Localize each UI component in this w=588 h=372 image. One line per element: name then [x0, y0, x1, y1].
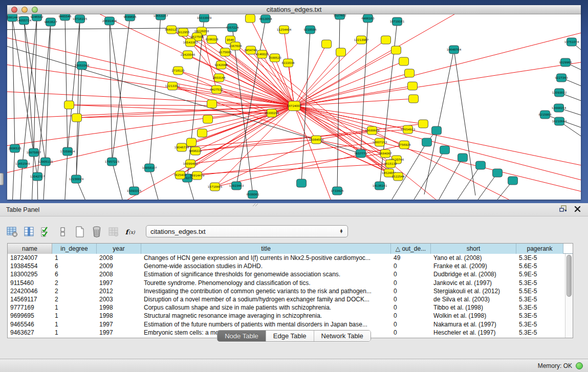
desktop-background: citations_edges.txt 20861443140557249246… [0, 0, 588, 203]
cell-year: 2009 [97, 262, 141, 270]
column-header-short[interactable]: short [431, 244, 516, 254]
cell-pagerank: 5.3E-5 [516, 303, 563, 312]
graph-node-label: 12444154 [552, 106, 567, 110]
graph-node-label: 12905135 [38, 160, 53, 163]
graph-node-label: 17957225 [105, 160, 120, 163]
cell-pagerank: 5.3E-5 [516, 295, 563, 303]
cell-short: Dudbridge et al. (2008) [431, 270, 516, 278]
graph-node[interactable] [432, 126, 442, 135]
graph-node[interactable] [399, 57, 409, 65]
network-canvas[interactable]: 2086144314055724924650294636279465546107… [7, 14, 581, 200]
graph-node[interactable] [322, 40, 332, 48]
tab-edge-table[interactable]: Edge Table [266, 331, 314, 341]
cell-out_de: 0 [391, 295, 431, 303]
graph-node[interactable] [458, 154, 468, 162]
network-window: citations_edges.txt 20861443140557249246… [7, 5, 581, 200]
graph-node[interactable] [207, 100, 217, 108]
graph-node-label: 8454749 [245, 49, 257, 52]
cell-title: Investigating the contribution of common… [141, 287, 391, 295]
graph-node[interactable] [203, 115, 213, 123]
network-window-titlebar[interactable]: citations_edges.txt [7, 5, 581, 14]
cell-pagerank: 5.5E-5 [516, 287, 563, 295]
graph-node[interactable] [493, 169, 503, 177]
west-panel-handle[interactable] [0, 173, 4, 185]
graph-node-label: 10958107 [142, 166, 157, 169]
graph-node[interactable] [409, 95, 419, 103]
cell-in_degree: 6 [52, 270, 97, 278]
memory-status-label: Memory: OK [538, 362, 572, 369]
column-header-pagerank[interactable]: pagerank [516, 244, 563, 254]
table-row[interactable]: 977716911998Corpus callosum shape and si… [8, 303, 573, 312]
cell-name: 9115460 [8, 279, 52, 287]
cell-out_de: 0 [391, 279, 431, 287]
cell-out_de: 0 [391, 287, 431, 295]
cell-title: Estimation of significance thresholds fo… [141, 270, 391, 278]
table-row[interactable]: 969969511998Structural magnetic resonanc… [8, 312, 573, 320]
graph-node[interactable] [391, 46, 401, 54]
vertical-scrollbar[interactable] [565, 254, 573, 338]
tab-network-table[interactable]: Network Table [314, 331, 371, 341]
show-columns-icon[interactable] [23, 226, 35, 238]
graph-node[interactable] [187, 138, 197, 146]
function-builder-icon[interactable]: f(x) [124, 226, 137, 238]
table-tabbar: Node TableEdge TableNetwork Table [4, 328, 584, 343]
graph-node-label: 11254404 [277, 28, 292, 31]
table-selector-dropdown[interactable]: citations_edges.txt ▲▼ [146, 225, 348, 237]
table-row[interactable]: 1872400712008Changes of HCN gene express… [8, 254, 573, 262]
graph-node-label: 14136141 [373, 184, 387, 187]
float-window-icon[interactable] [559, 205, 567, 212]
import-table-icon[interactable] [107, 226, 120, 238]
cell-title: Genome-wide association studies in ADHD. [141, 262, 391, 270]
graph-node-label: 16210643 [552, 120, 567, 123]
table-row[interactable]: 911546021997Tourette syndrome. Phenomeno… [8, 279, 573, 287]
citation-network-graph[interactable]: 2086144314055724924650294636279465546107… [7, 14, 581, 200]
cell-name: 22420046 [8, 287, 52, 295]
graph-node[interactable] [381, 36, 391, 44]
row-height-icon[interactable] [57, 226, 69, 238]
graph-node[interactable] [408, 82, 418, 90]
close-panel-icon[interactable] [574, 206, 581, 212]
graph-node[interactable] [508, 177, 518, 185]
delete-table-icon[interactable] [91, 226, 103, 238]
tab-node-table[interactable]: Node Table [217, 331, 266, 341]
graph-node[interactable] [198, 129, 207, 137]
graph-node-label: 8215958 [539, 113, 552, 116]
graph-node[interactable] [476, 161, 486, 169]
column-header-year[interactable]: year [97, 244, 141, 254]
graph-node-label: 8813054 [259, 17, 272, 20]
table-row[interactable]: 2242004622012Investigating the contribut… [8, 287, 573, 295]
column-header-name[interactable]: name [8, 244, 52, 254]
graph-node[interactable] [64, 101, 74, 109]
graph-node[interactable] [246, 14, 255, 23]
column-header-in_degree[interactable]: in_degree [52, 244, 97, 254]
column-header-out_de[interactable]: △ out_de... [391, 244, 431, 254]
cell-name: 18300295 [8, 270, 52, 278]
cell-in_degree: 2 [52, 295, 97, 303]
graph-node[interactable] [405, 69, 415, 77]
cell-title: Disruption of a novel member of a sodium… [141, 295, 391, 303]
graph-node[interactable] [422, 138, 432, 146]
graph-node-label: 12213392 [165, 84, 180, 87]
table-panel: Table Panel f(x) citations_edges.txt ▲▼ … [0, 203, 588, 359]
select-columns-icon[interactable] [40, 226, 52, 238]
table-row[interactable]: 1456911722003Disruption of a novel membe… [8, 295, 573, 303]
column-header-title[interactable]: title [141, 244, 391, 254]
node-table: namein_degreeyeartitle△ out_de...shortpa… [7, 243, 573, 338]
cell-year: 2012 [97, 287, 141, 295]
table-row[interactable]: 1830029562008Estimation of significance … [8, 270, 573, 278]
graph-node[interactable] [440, 146, 450, 154]
scrollbar-thumb[interactable] [567, 255, 572, 297]
table-row[interactable]: 946554611997Estimation of the future num… [8, 320, 573, 329]
table-settings-icon[interactable] [6, 226, 18, 238]
new-table-icon[interactable] [74, 226, 86, 238]
graph-node[interactable] [336, 48, 346, 56]
graph-node[interactable] [297, 179, 307, 187]
table-row[interactable]: 1938455462009Genome-wide association stu… [8, 262, 573, 270]
graph-node[interactable] [72, 114, 82, 122]
graph-node[interactable] [419, 120, 428, 128]
graph-node-label: 1733426 [331, 189, 344, 192]
graph-node-label: 9329966 [559, 61, 572, 64]
graph-node-label: 16099481 [183, 162, 198, 165]
memory-ok-icon [576, 362, 583, 369]
splitter-grip-icon[interactable] [252, 203, 259, 207]
